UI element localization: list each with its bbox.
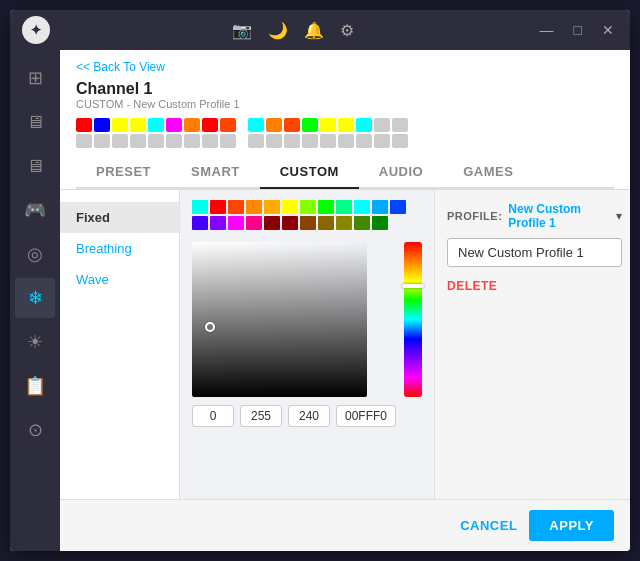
preset-swatch[interactable]: [264, 200, 280, 214]
preset-swatch[interactable]: [192, 216, 208, 230]
back-link[interactable]: << Back To View: [76, 60, 614, 74]
tab-preset[interactable]: PRESET: [76, 156, 171, 189]
preset-swatch[interactable]: [264, 216, 280, 230]
swatch-empty[interactable]: [112, 134, 128, 148]
close-button[interactable]: ✕: [598, 20, 618, 40]
swatch[interactable]: [284, 118, 300, 132]
swatch[interactable]: [148, 118, 164, 132]
swatch[interactable]: [320, 118, 336, 132]
maximize-button[interactable]: □: [570, 20, 586, 40]
swatch[interactable]: [220, 118, 236, 132]
swatch[interactable]: [76, 118, 92, 132]
swatch[interactable]: [94, 118, 110, 132]
preset-swatch[interactable]: [354, 200, 370, 214]
swatch-empty[interactable]: [392, 118, 408, 132]
sidebar-item-gamepad[interactable]: 🎮: [15, 190, 55, 230]
swatch[interactable]: [130, 118, 146, 132]
swatch-empty[interactable]: [166, 134, 182, 148]
preset-swatch[interactable]: [318, 216, 334, 230]
minimize-button[interactable]: —: [536, 20, 558, 40]
swatch[interactable]: [338, 118, 354, 132]
tab-custom[interactable]: CUSTOM: [260, 156, 359, 189]
mode-breathing[interactable]: Breathing: [60, 233, 179, 264]
sidebar-item-fan[interactable]: ❄: [15, 278, 55, 318]
sidebar-item-light[interactable]: ☀: [15, 322, 55, 362]
apply-button[interactable]: APPLY: [529, 510, 614, 541]
hex-input[interactable]: [336, 405, 396, 427]
swatch-empty[interactable]: [284, 134, 300, 148]
sidebar-item-gauge[interactable]: ◎: [15, 234, 55, 274]
preset-swatch[interactable]: [372, 200, 388, 214]
swatch-empty[interactable]: [76, 134, 92, 148]
preset-swatch[interactable]: [336, 216, 352, 230]
gradient-picker[interactable]: [192, 242, 367, 397]
preset-swatch[interactable]: [228, 216, 244, 230]
preset-swatch[interactable]: [354, 216, 370, 230]
swatch[interactable]: [202, 118, 218, 132]
tab-audio[interactable]: AUDIO: [359, 156, 443, 189]
preset-swatch[interactable]: [372, 216, 388, 230]
camera-icon[interactable]: 📷: [232, 21, 252, 40]
picker-handle[interactable]: [205, 322, 215, 332]
preset-swatch[interactable]: [210, 200, 226, 214]
preset-swatch[interactable]: [300, 200, 316, 214]
panel-inner: Fixed Breathing Wave: [60, 190, 630, 499]
swatch-empty[interactable]: [356, 134, 372, 148]
preset-swatch[interactable]: [246, 216, 262, 230]
settings-icon[interactable]: ⚙: [340, 21, 354, 40]
profile-name-box[interactable]: New Custom Profile 1: [447, 238, 622, 267]
swatch[interactable]: [166, 118, 182, 132]
mode-wave[interactable]: Wave: [60, 264, 179, 295]
delete-button[interactable]: DELETE: [447, 275, 622, 297]
swatch-empty[interactable]: [374, 118, 390, 132]
sidebar-item-display[interactable]: 🖥: [15, 146, 55, 186]
bell-icon[interactable]: 🔔: [304, 21, 324, 40]
preset-swatch[interactable]: [282, 200, 298, 214]
swatch-empty[interactable]: [320, 134, 336, 148]
chevron-down-icon[interactable]: ▾: [616, 209, 622, 223]
swatch-empty[interactable]: [374, 134, 390, 148]
swatch-empty[interactable]: [184, 134, 200, 148]
swatch-empty[interactable]: [94, 134, 110, 148]
cancel-button[interactable]: CANCEL: [460, 518, 517, 533]
swatch[interactable]: [302, 118, 318, 132]
swatch-empty[interactable]: [220, 134, 236, 148]
swatch-empty[interactable]: [392, 134, 408, 148]
preset-swatch[interactable]: [336, 200, 352, 214]
preset-swatch[interactable]: [300, 216, 316, 230]
preset-swatch[interactable]: [390, 200, 406, 214]
preset-swatch[interactable]: [318, 200, 334, 214]
preset-swatch[interactable]: [192, 200, 208, 214]
swatch-empty[interactable]: [148, 134, 164, 148]
tab-smart[interactable]: SMART: [171, 156, 260, 189]
swatch-empty[interactable]: [302, 134, 318, 148]
swatch[interactable]: [266, 118, 282, 132]
window-controls: — □ ✕: [536, 20, 618, 40]
preset-swatch[interactable]: [228, 200, 244, 214]
swatch-empty[interactable]: [266, 134, 282, 148]
hue-slider[interactable]: [404, 242, 422, 397]
sidebar-item-list[interactable]: 📋: [15, 366, 55, 406]
green-input[interactable]: [240, 405, 282, 427]
preset-swatch[interactable]: [246, 200, 262, 214]
red-input[interactable]: [192, 405, 234, 427]
swatch-empty[interactable]: [130, 134, 146, 148]
preset-swatch[interactable]: [282, 216, 298, 230]
swatch[interactable]: [112, 118, 128, 132]
swatch[interactable]: [356, 118, 372, 132]
swatch-empty[interactable]: [202, 134, 218, 148]
titlebar: ✦ 📷 🌙 🔔 ⚙ — □ ✕: [10, 10, 630, 50]
sidebar-item-grid[interactable]: ⊞: [15, 58, 55, 98]
sidebar-item-disk[interactable]: ⊙: [15, 410, 55, 450]
tab-games[interactable]: GAMES: [443, 156, 533, 189]
moon-icon[interactable]: 🌙: [268, 21, 288, 40]
swatch-empty[interactable]: [248, 134, 264, 148]
preset-swatch[interactable]: [210, 216, 226, 230]
swatch[interactable]: [184, 118, 200, 132]
mode-list: Fixed Breathing Wave: [60, 190, 180, 499]
swatch-empty[interactable]: [338, 134, 354, 148]
sidebar-item-monitor[interactable]: 🖥: [15, 102, 55, 142]
mode-fixed[interactable]: Fixed: [60, 202, 179, 233]
blue-input[interactable]: [288, 405, 330, 427]
swatch[interactable]: [248, 118, 264, 132]
